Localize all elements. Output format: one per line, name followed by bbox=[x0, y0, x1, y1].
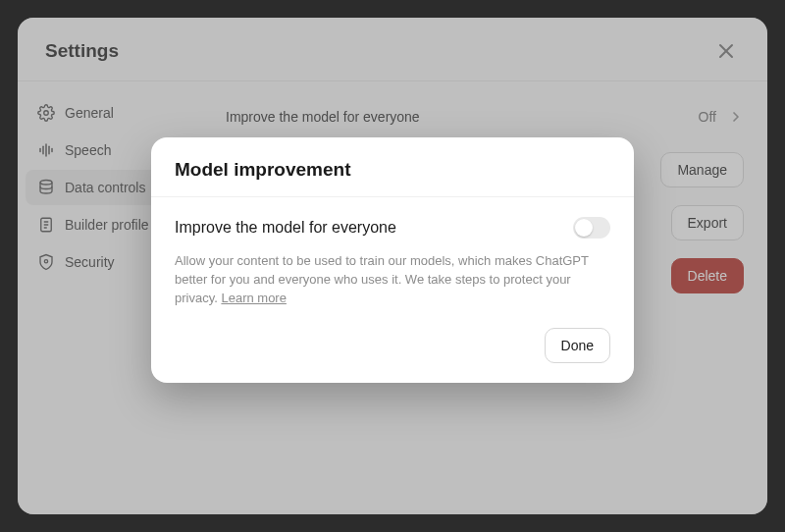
toggle-knob bbox=[575, 219, 593, 237]
modal-body: Improve the model for everyone Allow you… bbox=[151, 197, 634, 328]
modal-header: Model improvement bbox=[151, 137, 634, 197]
model-improvement-modal: Model improvement Improve the model for … bbox=[151, 137, 634, 383]
improve-toggle[interactable] bbox=[573, 217, 610, 239]
modal-title: Model improvement bbox=[175, 159, 610, 181]
improve-toggle-label: Improve the model for everyone bbox=[175, 219, 396, 237]
improve-description: Allow your content to be used to train o… bbox=[175, 252, 610, 308]
modal-footer: Done bbox=[151, 328, 634, 383]
settings-panel: Settings General Speech bbox=[18, 18, 767, 514]
improve-toggle-row: Improve the model for everyone bbox=[175, 217, 610, 239]
done-button[interactable]: Done bbox=[545, 328, 610, 363]
learn-more-link[interactable]: Learn more bbox=[221, 291, 286, 305]
